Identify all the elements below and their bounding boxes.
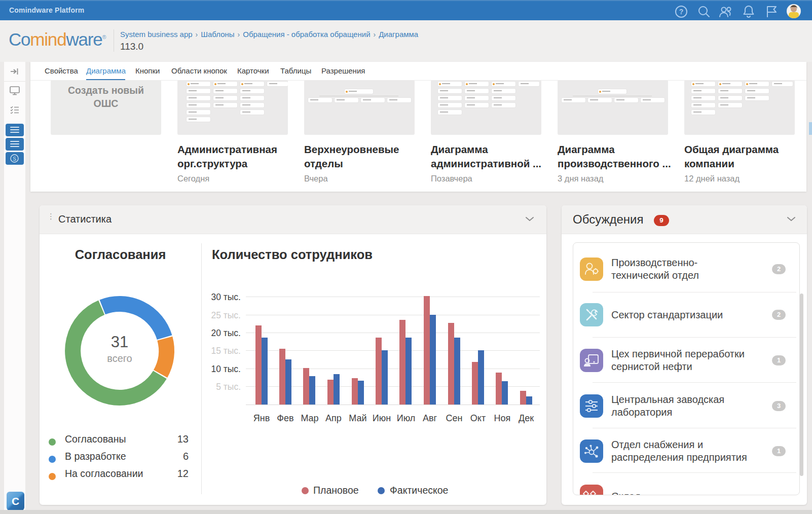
svg-text:S: S: [13, 156, 16, 162]
svg-text:?: ?: [679, 8, 684, 16]
